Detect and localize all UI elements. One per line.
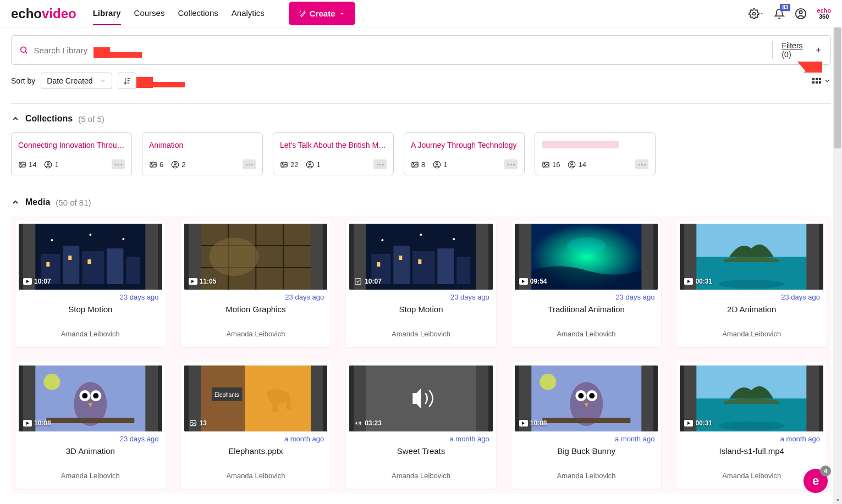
duration-text: 10:07: [365, 278, 382, 285]
media-card[interactable]: 10:08 23 days ago 3D Animation Amanda Le…: [15, 362, 166, 489]
media-thumbnail[interactable]: 00:31: [680, 224, 823, 290]
media-card[interactable]: 00:31 a month ago Island-s1-full.mp4 Ama…: [676, 362, 827, 489]
media-thumbnail[interactable]: 11:05: [184, 224, 328, 290]
search-input[interactable]: [34, 46, 773, 55]
nav-courses[interactable]: Courses: [134, 2, 165, 25]
media-author: Amanda Leibovich: [349, 472, 493, 485]
create-button[interactable]: Create: [289, 2, 355, 25]
media-date: a month ago: [184, 431, 328, 444]
duration-text: 10:08: [530, 419, 547, 427]
svg-rect-45: [412, 251, 434, 284]
media-card[interactable]: 10:07 23 days ago Stop Motion Amanda Lei…: [346, 220, 496, 347]
svg-point-67: [43, 374, 60, 390]
collection-menu-button[interactable]: [635, 159, 648, 169]
duration-text: 09:54: [530, 278, 547, 285]
filters-button[interactable]: Filters (0): [772, 41, 823, 59]
media-card[interactable]: 11:05 23 days ago Motion Graphics Amanda…: [181, 220, 331, 347]
user-icon: [306, 160, 314, 169]
svg-point-59: [719, 280, 785, 289]
view-toggle[interactable]: [812, 77, 831, 85]
checklist-icon: [354, 278, 362, 285]
media-count: (50 of 81): [56, 198, 91, 207]
play-icon: [684, 420, 693, 427]
caret-down-icon: [760, 12, 764, 16]
media-count-item: 14: [18, 160, 36, 169]
annotation-arrow-search: [93, 47, 143, 58]
collection-title: [542, 141, 619, 148]
sort-direction-button[interactable]: [118, 73, 136, 89]
scrollbar[interactable]: ▾: [833, 27, 842, 493]
collection-meta: 22 1: [280, 159, 387, 169]
nav-library[interactable]: Library: [93, 2, 121, 25]
media-date: a month ago: [349, 431, 493, 444]
media-thumbnail[interactable]: 09:54: [515, 224, 658, 290]
sort-select[interactable]: Date Created: [41, 73, 112, 89]
sort-value: Date Created: [47, 76, 92, 85]
plus-icon: [815, 46, 823, 54]
image-icon: [18, 160, 26, 169]
svg-point-16: [282, 163, 283, 164]
media-thumbnail[interactable]: 10:07: [19, 224, 162, 290]
media-count: 14: [29, 160, 36, 169]
media-thumbnail[interactable]: 03:23: [349, 365, 493, 431]
play-icon: [23, 278, 32, 285]
media-thumbnail[interactable]: 10:08: [515, 365, 658, 431]
collection-title: Connecting Innovation Throug...: [18, 141, 125, 149]
collections-title: Collections: [25, 114, 73, 124]
play-icon: [23, 420, 32, 427]
svg-rect-51: [377, 262, 380, 267]
main-content: Filters (0) Sort by Date Created Collect…: [0, 35, 842, 493]
collection-menu-button[interactable]: [504, 159, 518, 169]
brand-logo[interactable]: echovideo: [11, 6, 76, 21]
media-card[interactable]: 03:23 a month ago Sweet Treats Amanda Le…: [346, 362, 496, 489]
collection-card[interactable]: Let's Talk About the British Mo... 22 1: [273, 132, 394, 175]
scrollbar-thumb[interactable]: [834, 27, 841, 148]
collection-card[interactable]: 16 14: [535, 132, 656, 175]
settings-button[interactable]: [749, 8, 764, 19]
media-header[interactable]: Media (50 of 81): [11, 197, 831, 207]
chat-fab[interactable]: e 4: [804, 469, 828, 493]
nav-collections[interactable]: Collections: [178, 2, 218, 25]
media-card[interactable]: Elephants 13 a month ago Elephants.pptx …: [181, 362, 331, 489]
user-count: 1: [316, 160, 320, 169]
play-icon: [519, 420, 528, 427]
svg-point-20: [413, 163, 414, 164]
media-card[interactable]: 09:54 23 days ago Traditional Animation …: [511, 220, 662, 347]
collection-menu-button[interactable]: [373, 159, 387, 169]
play-icon: [684, 278, 693, 285]
media-count-item: 6: [149, 160, 163, 169]
collection-card[interactable]: Connecting Innovation Throug... 14 1: [11, 132, 132, 175]
play-icon: [189, 278, 197, 285]
nav-analytics[interactable]: Analytics: [232, 2, 265, 25]
media-title: Traditional Animation: [515, 302, 658, 330]
svg-point-22: [436, 162, 438, 164]
chevron-down-icon: [823, 77, 831, 85]
duration-badge: 10:08: [23, 419, 51, 427]
media-thumbnail[interactable]: 10:08: [19, 365, 162, 431]
collection-card[interactable]: Animation 6 2: [142, 132, 263, 175]
user-count-item: 1: [433, 160, 447, 169]
svg-rect-30: [82, 251, 104, 284]
echo360-logo[interactable]: echo360: [817, 8, 831, 20]
sort-row: Sort by Date Created: [11, 73, 831, 89]
collection-menu-button[interactable]: [243, 159, 256, 169]
collections-header[interactable]: Collections (5 of 5): [11, 114, 831, 124]
duration-badge: 11:05: [189, 278, 217, 285]
svg-rect-81: [542, 418, 630, 423]
user-count-item: 2: [171, 160, 185, 169]
media-author: Amanda Leibovich: [515, 330, 658, 344]
notifications-button[interactable]: 83: [774, 8, 785, 19]
collection-menu-button[interactable]: [112, 159, 125, 169]
media-card[interactable]: 00:31 23 days ago 2D Animation Amanda Le…: [676, 220, 827, 347]
media-thumbnail[interactable]: 10:07: [349, 224, 493, 290]
chevron-down-icon: [339, 10, 345, 17]
media-date: 23 days ago: [515, 290, 658, 302]
media-card[interactable]: 10:08 a month ago Big Buck Bunny Amanda …: [511, 362, 662, 489]
account-button[interactable]: [795, 8, 807, 20]
collection-card[interactable]: A Journey Through Technology 8 1: [404, 132, 525, 175]
media-count: 8: [421, 160, 425, 169]
media-thumbnail[interactable]: Elephants 13: [184, 365, 328, 431]
media-thumbnail[interactable]: 00:31: [680, 365, 823, 431]
media-card[interactable]: 10:07 23 days ago Stop Motion Amanda Lei…: [15, 220, 166, 347]
duration-badge: 09:54: [519, 278, 547, 285]
